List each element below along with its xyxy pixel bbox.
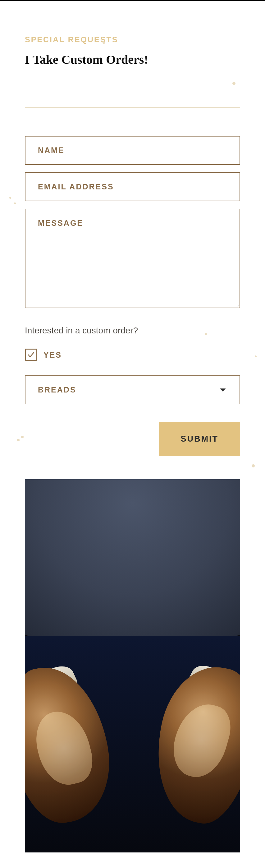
decorative-dot — [205, 333, 207, 335]
chevron-down-icon — [219, 385, 227, 394]
decorative-dot — [17, 439, 20, 441]
submit-button[interactable]: Submit — [159, 422, 240, 456]
message-input[interactable] — [25, 209, 240, 308]
product-select-value: Breads — [38, 385, 76, 394]
product-select[interactable]: Breads — [25, 375, 240, 404]
divider — [25, 107, 240, 108]
section-title: I Take Custom Orders! — [25, 52, 240, 67]
custom-order-section: SPECIAL REQUESTS I Take Custom Orders! I… — [0, 1, 265, 868]
check-icon — [27, 351, 35, 359]
baker-bread-image — [25, 479, 240, 852]
decorative-dot — [21, 436, 24, 438]
submit-row: Submit — [25, 422, 240, 456]
yes-checkbox-label: Yes — [43, 350, 62, 360]
decorative-dot — [252, 464, 255, 467]
decorative-dot — [255, 355, 257, 357]
custom-order-question: Interested in a custom order? — [25, 326, 240, 336]
decorative-dot — [102, 41, 105, 44]
decorative-dot — [14, 203, 16, 204]
section-eyebrow: SPECIAL REQUESTS — [25, 35, 240, 44]
email-input[interactable] — [25, 172, 240, 201]
decorative-dot — [232, 82, 235, 85]
decorative-dot — [9, 197, 11, 199]
yes-checkbox[interactable] — [25, 349, 37, 361]
yes-checkbox-row: Yes — [25, 349, 240, 361]
name-input[interactable] — [25, 136, 240, 165]
